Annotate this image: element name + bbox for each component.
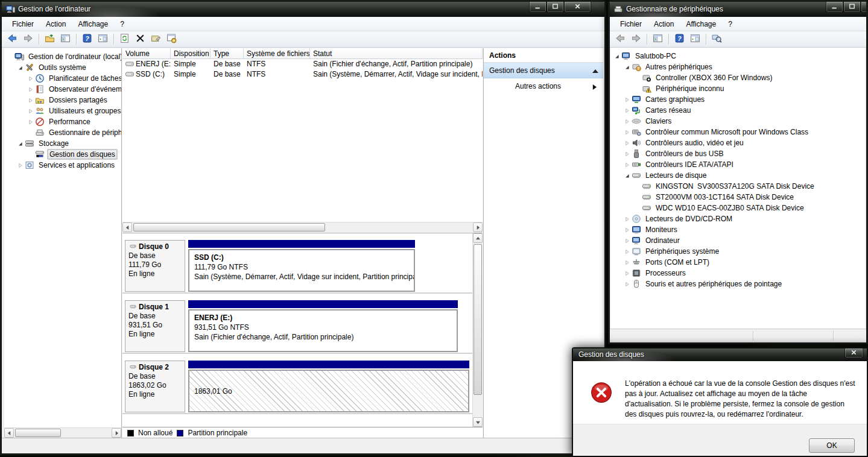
toolbar-button-fwd-gray[interactable] — [21, 33, 35, 46]
menu-item-affichage[interactable]: Affichage — [680, 18, 721, 30]
scroll-left-arrow[interactable] — [4, 428, 14, 438]
tree-item-contr-leurs-ide-ata-atapi[interactable]: Contrôleurs IDE ATA/ATAPI — [611, 159, 865, 170]
tree-item-lecteurs-de-disque[interactable]: Lecteurs de disque — [611, 170, 865, 181]
column-header-volume[interactable]: Volume — [122, 48, 171, 58]
expander-icon[interactable] — [622, 128, 632, 137]
tree-item-gestion-des-disques[interactable]: Gestion des disques — [4, 149, 121, 160]
maximize-button[interactable] — [546, 2, 564, 13]
scroll-thumb[interactable] — [133, 223, 325, 232]
expander-icon[interactable] — [622, 106, 632, 115]
close-button[interactable] — [564, 2, 591, 13]
toolbar-button-fwd-gray[interactable] — [629, 33, 643, 46]
expander-icon[interactable] — [622, 171, 632, 180]
expander-icon[interactable] — [26, 118, 35, 127]
minimize-button[interactable] — [826, 2, 843, 13]
menu-item-item[interactable]: ? — [115, 18, 130, 30]
menu-item-item[interactable]: ? — [723, 18, 738, 30]
scroll-left-arrow[interactable] — [122, 222, 132, 232]
expander-icon[interactable] — [622, 215, 632, 224]
close-button[interactable] — [861, 2, 868, 13]
scroll-right-arrow[interactable] — [112, 428, 121, 438]
toolbar-button-delete[interactable] — [133, 33, 147, 46]
toolbar-button-help[interactable]: ? — [673, 33, 686, 46]
toolbar-button-scan[interactable] — [710, 33, 724, 46]
unallocated-space[interactable]: 1863,01 Go — [188, 370, 469, 412]
tree-item-moniteurs[interactable]: Moniteurs — [611, 224, 865, 235]
volume-row-ssd-c[interactable]: SSD (C:)SimpleDe baseNTFSSain (Système, … — [122, 69, 483, 80]
expander-icon[interactable] — [16, 63, 25, 72]
tree-item-cartes-graphiques[interactable]: Cartes graphiques — [611, 94, 865, 105]
tree-item-contr-leur-commun-microsoft-po[interactable]: Contrôleur commun Microsoft pour Windows… — [611, 127, 865, 137]
tree-item-dossiers-partag-s[interactable]: Dossiers partagés — [4, 95, 121, 106]
column-header-disposition[interactable]: Disposition — [171, 48, 211, 58]
scroll-down-arrow[interactable] — [473, 417, 483, 427]
actions-item-more-actions[interactable]: Autres actions — [484, 78, 603, 94]
tree-item-controller-xbox-360-for-window[interactable]: Controller (XBOX 360 For Windows) — [611, 72, 865, 83]
maximize-button[interactable] — [843, 2, 861, 13]
scroll-thumb[interactable] — [474, 244, 482, 395]
titlebar[interactable]: Gestion de l'ordinateur — [2, 2, 604, 17]
toolbar-button-back-blue[interactable] — [5, 33, 19, 46]
tree-item-observateur-d-v-neme[interactable]: Observateur d'événeme — [4, 84, 121, 95]
expander-icon[interactable] — [622, 280, 632, 289]
partition-enerj-e[interactable]: ENERJ (E:)931,51 Go NTFSSain (Fichier d'… — [188, 309, 458, 352]
toolbar-button-refresh[interactable] — [118, 33, 131, 46]
tree-item-ordinateur[interactable]: Ordinateur — [611, 235, 865, 246]
toolbar-button-mmc-window[interactable] — [651, 33, 665, 46]
expander-icon[interactable] — [612, 52, 621, 61]
expander-icon[interactable] — [622, 150, 632, 159]
scroll-thumb[interactable] — [15, 429, 61, 437]
expander-icon[interactable] — [26, 85, 35, 94]
tree-item-autres-p-riph-riques[interactable]: ?Autres périphériques — [611, 61, 865, 72]
tree-item-outils-syst-me[interactable]: Outils système — [4, 62, 121, 73]
tree-item-wdc-wd10-eacs-00zjb0-sata-disk[interactable]: WDC WD10 EACS-00ZJB0 SATA Disk Device — [611, 203, 865, 213]
menu-item-affichage[interactable]: Affichage — [72, 18, 113, 30]
expander-icon[interactable] — [622, 117, 632, 126]
tree-item-performance[interactable]: Performance — [4, 116, 121, 127]
close-button[interactable] — [844, 348, 863, 358]
toolbar-button-help[interactable]: ? — [80, 33, 94, 46]
volume-row-enerj-e[interactable]: ENERJ (E:)SimpleDe baseNTFSSain (Fichier… — [122, 59, 483, 69]
dialog-titlebar[interactable]: Gestion des disques — [573, 348, 867, 361]
column-header-type[interactable]: Type — [211, 48, 244, 58]
tree-item-utilisateurs-et-groupes-l[interactable]: Utilisateurs et groupes l — [4, 106, 121, 116]
tree-item-contr-leurs-de-bus-usb[interactable]: Contrôleurs de bus USB — [611, 148, 865, 159]
expander-icon[interactable] — [622, 139, 632, 148]
disk-label-disque-2[interactable]: Disque 2De base1863,02 GoEn ligne — [125, 361, 185, 412]
expander-icon[interactable] — [26, 96, 35, 105]
tree-item-gestionnaire-de-p-riph[interactable]: Gestionnaire de périphé — [4, 127, 121, 138]
tree-item-p-riph-riques-syst-me[interactable]: Périphériques système — [611, 246, 865, 257]
tree-item-ports-com-et-lpt[interactable]: Ports (COM et LPT) — [611, 257, 865, 268]
tree-item-p-riph-rique-inconnu[interactable]: Périphérique inconnu — [611, 83, 865, 94]
toolbar-button-mmc-window[interactable] — [59, 33, 72, 46]
disk-label-disque-0[interactable]: Disque 0De base111,79 GoEn ligne — [125, 240, 185, 292]
disk-label-disque-1[interactable]: Disque 1De base931,51 GoEn ligne — [125, 300, 185, 352]
minimize-button[interactable] — [529, 2, 546, 13]
expander-icon[interactable] — [16, 161, 25, 170]
tree-item-gestion-de-l-ordinateur-local[interactable]: Gestion de l'ordinateur (local) — [4, 51, 121, 62]
menu-item-action[interactable]: Action — [648, 18, 679, 30]
titlebar[interactable]: Gestionnaire de périphériques — [610, 2, 866, 17]
tree-item-claviers[interactable]: Claviers — [611, 116, 865, 127]
tree-item-processeurs[interactable]: Processeurs — [611, 268, 865, 279]
toolbar-button-export[interactable] — [43, 33, 57, 46]
expander-icon[interactable] — [622, 95, 632, 104]
tree-item-salutbob-pc[interactable]: Salutbob-PC — [611, 51, 865, 61]
tree-item-planificateur-de-t-ches[interactable]: Planificateur de tâches — [4, 73, 121, 84]
expander-icon[interactable] — [26, 74, 35, 83]
tree-item-services-et-applications[interactable]: Services et applications — [4, 160, 121, 171]
tree-item-contr-leurs-audio-vid-o-et-jeu[interactable]: Contrôleurs audio, vidéo et jeu — [611, 137, 865, 148]
scroll-right-arrow[interactable] — [473, 222, 483, 232]
ok-button[interactable]: OK — [809, 438, 855, 453]
expander-icon[interactable] — [622, 269, 632, 278]
expander-icon[interactable] — [26, 107, 35, 116]
expander-icon[interactable] — [622, 63, 632, 72]
disk-vertical-scrollbar[interactable] — [472, 233, 483, 427]
tree-item-cartes-r-seau[interactable]: Cartes réseau — [611, 105, 865, 116]
collapse-icon[interactable] — [592, 68, 598, 74]
toolbar-button-props[interactable] — [149, 33, 163, 46]
partition-ssd-c[interactable]: SSD (C:)111,79 Go NTFSSain (Système, Dém… — [188, 249, 415, 292]
expander-icon[interactable] — [622, 247, 632, 256]
toolbar-button-mmc-window2[interactable] — [688, 33, 702, 46]
tree-item-lecteurs-de-dvd-cd-rom[interactable]: Lecteurs de DVD/CD-ROM — [611, 213, 865, 224]
